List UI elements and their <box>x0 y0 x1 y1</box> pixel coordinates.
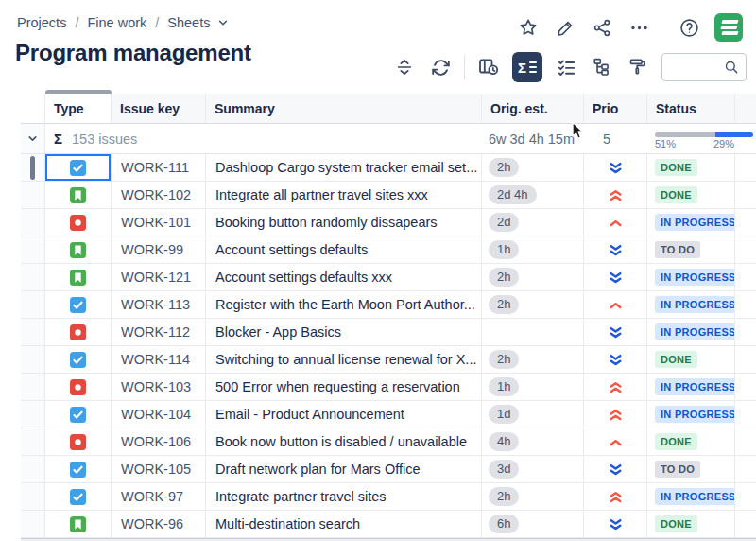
issue-type-cell[interactable] <box>45 182 112 209</box>
original-estimate-cell[interactable]: 3d <box>482 456 584 483</box>
status-cell[interactable]: TO DO <box>647 456 735 483</box>
issue-summary[interactable]: Integrate all partner travel sites xxx <box>206 182 482 209</box>
issue-summary[interactable]: Multi-destination search <box>206 511 482 538</box>
issue-key[interactable]: WORK-104 <box>112 401 206 428</box>
status-cell[interactable]: IN PROGRESS <box>647 264 735 291</box>
column-header-issue-key[interactable]: Issue key <box>112 94 206 124</box>
issue-key[interactable]: WORK-106 <box>112 428 206 456</box>
issue-summary[interactable]: Email - Product Announcement <box>206 401 482 428</box>
star-icon[interactable] <box>517 16 540 39</box>
table-row[interactable]: WORK-114 Switching to annual license ren… <box>21 346 756 374</box>
issue-type-cell[interactable] <box>45 511 112 538</box>
priority-cell[interactable] <box>584 319 647 346</box>
column-header-orig-est[interactable]: Orig. est. <box>482 94 584 124</box>
issue-key[interactable]: WORK-105 <box>112 456 206 483</box>
refresh-icon[interactable] <box>428 55 453 79</box>
original-estimate-cell[interactable]: 2h <box>482 154 584 182</box>
priority-cell[interactable] <box>584 346 647 374</box>
table-row[interactable]: WORK-106 Book now button is disabled / u… <box>21 428 756 456</box>
issue-key[interactable]: WORK-101 <box>112 209 206 236</box>
table-row[interactable]: WORK-103 500 Error when requesting a res… <box>21 374 756 401</box>
issue-key[interactable]: WORK-97 <box>112 483 206 511</box>
share-icon[interactable] <box>591 16 613 39</box>
priority-cell[interactable] <box>584 182 647 209</box>
priority-cell[interactable] <box>584 483 647 511</box>
status-cell[interactable]: IN PROGRESS <box>647 319 735 346</box>
formatting-icon[interactable] <box>626 55 650 79</box>
issue-key[interactable]: WORK-111 <box>112 154 206 182</box>
issue-key[interactable]: WORK-114 <box>112 346 206 374</box>
issue-key[interactable]: WORK-112 <box>112 319 206 346</box>
original-estimate-cell[interactable]: 2h <box>482 291 584 319</box>
column-header-type[interactable]: Type <box>45 94 112 124</box>
breadcrumb-projects[interactable]: Projects <box>17 15 66 30</box>
issue-type-cell[interactable] <box>45 346 112 374</box>
breadcrumb-sheets[interactable]: Sheets <box>167 15 210 30</box>
hierarchy-icon[interactable] <box>590 55 614 79</box>
table-row[interactable]: WORK-121 Account settings defaults xxx 2… <box>21 264 756 291</box>
status-cell[interactable]: IN PROGRESS <box>647 401 735 428</box>
issue-key[interactable]: WORK-99 <box>112 236 206 264</box>
column-header-prio[interactable]: Prio <box>584 94 647 124</box>
breadcrumb-project[interactable]: Fine work <box>87 15 146 30</box>
issue-key[interactable]: WORK-96 <box>112 511 206 538</box>
table-row[interactable]: WORK-104 Email - Product Announcement 1d… <box>21 401 756 428</box>
column-header-status[interactable]: Status <box>647 94 735 124</box>
app-logo-icon[interactable] <box>714 13 743 42</box>
original-estimate-cell[interactable]: 2d <box>482 209 584 236</box>
issue-summary[interactable]: Dashloop Cargo system tracker email set.… <box>206 154 482 182</box>
issue-type-cell[interactable] <box>45 291 112 319</box>
issue-summary[interactable]: Integrate partner travel sites <box>206 483 482 511</box>
issue-type-cell[interactable] <box>45 154 112 182</box>
status-cell[interactable]: DONE <box>647 346 735 374</box>
chevron-down-icon[interactable] <box>216 16 230 29</box>
priority-cell[interactable] <box>584 511 647 538</box>
issue-type-cell[interactable] <box>45 428 112 456</box>
checklist-icon[interactable] <box>554 55 578 79</box>
issue-summary[interactable]: Book now button is disabled / unavailabl… <box>206 428 482 456</box>
status-cell[interactable]: IN PROGRESS <box>647 374 735 401</box>
priority-cell[interactable] <box>584 428 647 456</box>
original-estimate-cell[interactable]: 1d <box>482 401 584 428</box>
issue-summary[interactable]: Draft network plan for Mars Office <box>206 456 482 483</box>
table-row[interactable]: WORK-97 Integrate partner travel sites 2… <box>21 483 756 511</box>
sum-columns-button[interactable]: Σ <box>512 52 542 82</box>
column-header-summary[interactable]: Summary <box>206 94 482 124</box>
status-cell[interactable]: IN PROGRESS <box>647 209 735 236</box>
search-input[interactable] <box>662 53 747 81</box>
table-row[interactable]: WORK-105 Draft network plan for Mars Off… <box>21 456 756 483</box>
issue-summary[interactable]: Blocker - App Basics <box>206 319 482 346</box>
table-row[interactable]: WORK-96 Multi-destination search 6h DONE <box>21 511 756 538</box>
original-estimate-cell[interactable]: 2d 4h <box>482 182 584 209</box>
priority-cell[interactable] <box>584 209 647 236</box>
issue-type-cell[interactable] <box>45 236 112 264</box>
table-row[interactable]: WORK-112 Blocker - App Basics IN PROGRES… <box>21 319 756 346</box>
priority-cell[interactable] <box>584 456 647 483</box>
table-row[interactable]: WORK-111 Dashloop Cargo system tracker e… <box>21 154 756 182</box>
issue-type-cell[interactable] <box>45 483 112 511</box>
status-cell[interactable]: DONE <box>647 428 735 456</box>
original-estimate-cell[interactable]: 2h <box>482 483 584 511</box>
original-estimate-cell[interactable]: 6h <box>482 511 584 538</box>
original-estimate-cell[interactable] <box>482 319 584 346</box>
collapse-chevron-icon[interactable] <box>21 124 45 154</box>
status-cell[interactable]: DONE <box>647 511 735 538</box>
expand-all-icon[interactable] <box>392 55 417 79</box>
issue-summary[interactable]: 500 Error when requesting a reservation <box>206 374 482 401</box>
issue-key[interactable]: WORK-113 <box>112 291 206 319</box>
help-icon[interactable] <box>678 16 700 39</box>
priority-cell[interactable] <box>584 154 647 182</box>
issue-type-cell[interactable] <box>45 401 112 428</box>
issue-type-cell[interactable] <box>45 374 112 401</box>
table-row[interactable]: WORK-101 Booking button randomly dissape… <box>21 209 756 236</box>
issue-summary[interactable]: Account settings defaults <box>206 236 482 264</box>
issue-summary[interactable]: Register with the Earth Moon Port Author… <box>206 291 482 319</box>
views-icon[interactable] <box>476 55 501 79</box>
status-cell[interactable]: IN PROGRESS <box>647 483 735 511</box>
priority-cell[interactable] <box>584 401 647 428</box>
priority-cell[interactable] <box>584 264 647 291</box>
status-cell[interactable]: DONE <box>647 182 735 209</box>
issue-type-cell[interactable] <box>45 209 112 236</box>
original-estimate-cell[interactable]: 4h <box>482 428 584 456</box>
issue-type-cell[interactable] <box>45 456 112 483</box>
